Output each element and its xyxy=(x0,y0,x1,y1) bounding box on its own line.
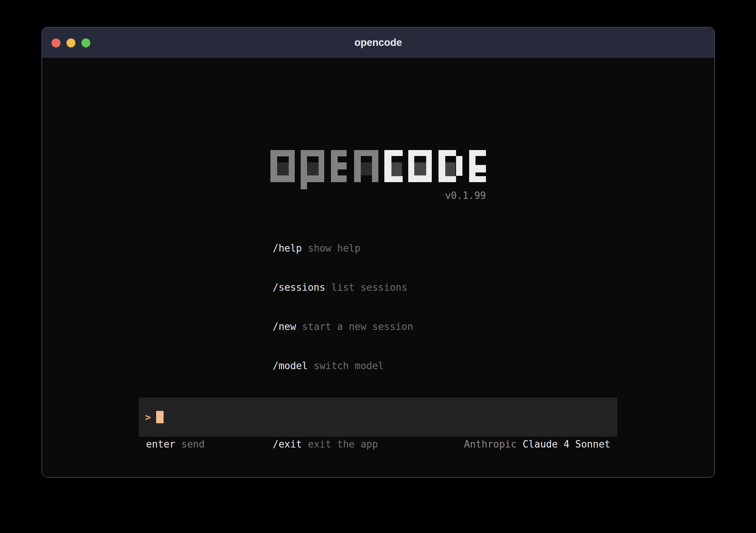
command-row-model: /modelswitch model xyxy=(273,359,413,373)
opencode-window: opencode xyxy=(42,28,714,477)
keybind-hint: entersend xyxy=(146,439,205,449)
command-name: /sessions xyxy=(273,282,325,293)
opencode-logo-icon xyxy=(270,150,486,189)
command-list: /helpshow help /sessionslist sessions /n… xyxy=(273,216,413,477)
desktop: opencode xyxy=(0,0,756,533)
provider-label: Anthropic xyxy=(464,439,517,450)
keybind-key: enter xyxy=(146,439,175,450)
window-title: opencode xyxy=(42,28,714,58)
logo-block: v0.1.99 xyxy=(270,150,486,200)
version-label: v0.1.99 xyxy=(270,191,486,200)
prompt-input[interactable]: > xyxy=(139,398,617,437)
command-description: list sessions xyxy=(331,282,408,293)
command-description: show help xyxy=(308,243,360,254)
status-bar: entersend AnthropicClaude 4 Sonnet xyxy=(139,439,617,449)
command-name: /model xyxy=(273,360,308,371)
terminal-body: v0.1.99 /helpshow help /sessionslist ses… xyxy=(42,58,714,477)
model-label: Claude 4 Sonnet xyxy=(523,439,610,450)
command-description: start a new session xyxy=(302,321,413,332)
command-name: /new xyxy=(273,321,296,332)
titlebar[interactable]: opencode xyxy=(42,28,714,58)
model-indicator[interactable]: AnthropicClaude 4 Sonnet xyxy=(464,439,610,449)
prompt-symbol: > xyxy=(145,412,151,423)
command-description: switch model xyxy=(314,360,384,371)
command-row-sessions: /sessionslist sessions xyxy=(273,281,413,294)
keybind-action: send xyxy=(181,439,205,450)
command-row-new: /newstart a new session xyxy=(273,320,413,333)
text-cursor xyxy=(156,411,164,423)
command-name: /help xyxy=(273,243,302,254)
command-row-help: /helpshow help xyxy=(273,242,413,255)
